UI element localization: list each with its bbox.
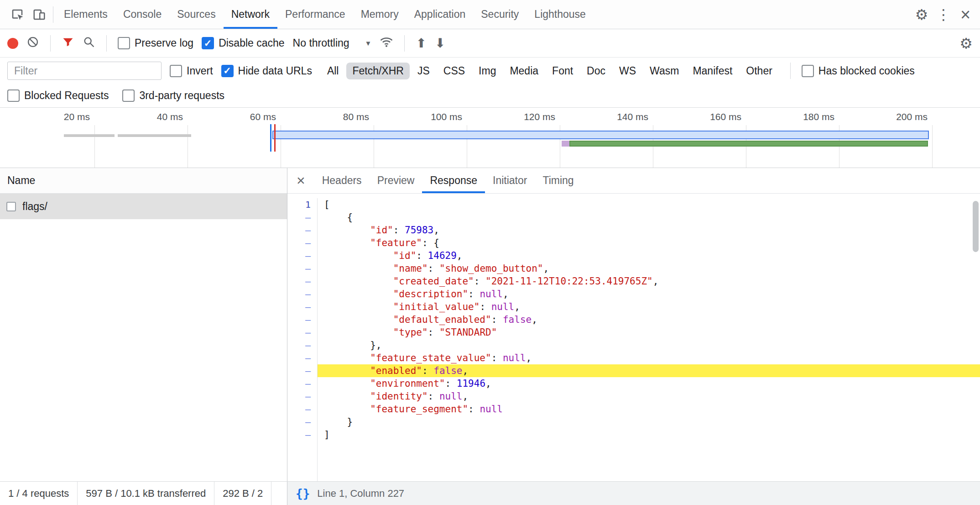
token	[324, 263, 393, 274]
chip-fetchxhr[interactable]: Fetch/XHR	[346, 63, 409, 79]
network-toolbar: Preserve log Disable cache No throttling…	[0, 29, 980, 58]
token: null	[480, 404, 503, 415]
clear-network-log-button[interactable]	[26, 36, 39, 51]
chip-font[interactable]: Font	[546, 63, 579, 79]
network-conditions-button[interactable]	[380, 35, 393, 52]
chip-ws[interactable]: WS	[613, 63, 642, 79]
token: :	[416, 250, 427, 261]
transferred-size: 597 B / 10.1 kB transferred	[78, 482, 214, 505]
vertical-scrollbar[interactable]	[973, 201, 979, 252]
tab-sources[interactable]: Sources	[169, 0, 223, 29]
tab-security[interactable]: Security	[473, 0, 526, 29]
chip-other[interactable]: Other	[740, 63, 778, 79]
chip-js[interactable]: JS	[412, 63, 436, 79]
chip-wasm[interactable]: Wasm	[644, 63, 685, 79]
close-devtools-button[interactable]: ×	[954, 4, 976, 26]
pretty-print-button[interactable]: {}	[296, 487, 310, 500]
name-column-header[interactable]: Name	[0, 168, 287, 194]
tab-network[interactable]: Network	[224, 0, 277, 29]
detail-tab-headers[interactable]: Headers	[314, 168, 370, 193]
tab-performance[interactable]: Performance	[277, 0, 353, 29]
detail-tab-timing[interactable]: Timing	[535, 168, 581, 193]
requests-panel: Name flags/	[0, 168, 287, 481]
checkbox-label: Invert	[187, 65, 213, 77]
resources-size-text: 292 B / 2	[223, 488, 263, 500]
import-har-button[interactable]: ⬆	[416, 36, 426, 51]
network-summary-bar: 1 / 4 requests 597 B / 10.1 kB transferr…	[0, 482, 287, 505]
token: false	[433, 365, 462, 376]
more-options-button[interactable]: ⋮	[933, 4, 954, 26]
chip-img[interactable]: Img	[473, 63, 502, 79]
token: "id"	[393, 250, 417, 261]
gear-icon: ⚙	[959, 35, 973, 52]
code-line: "feature_state_value": null,	[318, 352, 980, 364]
chip-doc[interactable]: Doc	[581, 63, 611, 79]
close-icon: ×	[297, 172, 305, 189]
wifi-icon	[380, 35, 393, 49]
token: : {	[422, 237, 439, 248]
code-line: "feature_segment": null	[318, 403, 980, 416]
throttling-dropdown[interactable]: No throttling ▼	[293, 37, 372, 49]
disable-cache-checkbox[interactable]: Disable cache	[202, 37, 284, 49]
chip-css[interactable]: CSS	[438, 63, 471, 79]
search-button[interactable]	[83, 36, 95, 51]
funnel-icon	[62, 36, 74, 48]
filter-input[interactable]	[7, 62, 162, 80]
preserve-log-checkbox[interactable]: Preserve log	[118, 37, 193, 49]
network-settings-button[interactable]: ⚙	[959, 35, 973, 52]
token: null	[439, 391, 463, 402]
token: "show_demo_button"	[439, 263, 543, 274]
token: "feature_state_value"	[370, 352, 491, 363]
resources-size: 292 B / 2	[214, 482, 271, 505]
device-toolbar-button[interactable]	[28, 4, 50, 26]
invert-checkbox[interactable]: Invert	[170, 65, 213, 77]
token: ,	[653, 276, 659, 287]
blocked-requests-checkbox[interactable]: Blocked Requests	[7, 89, 109, 102]
tab-lighthouse[interactable]: Lighthouse	[526, 0, 594, 29]
tab-elements[interactable]: Elements	[56, 0, 115, 29]
divider	[50, 35, 51, 52]
token	[324, 352, 370, 363]
record-network-log-button[interactable]	[7, 38, 18, 49]
request-row[interactable]: flags/	[0, 194, 287, 219]
status-bar: 1 / 4 requests 597 B / 10.1 kB transferr…	[0, 481, 980, 505]
response-viewer[interactable]: 1–––––––––––––––––– [ { "id": 75983, "fe…	[287, 194, 980, 481]
third-party-requests-checkbox[interactable]: 3rd-party requests	[122, 89, 224, 102]
settings-button[interactable]: ⚙	[911, 4, 933, 26]
gear-icon: ⚙	[915, 6, 928, 23]
hide-data-urls-checkbox[interactable]: Hide data URLs	[221, 65, 312, 77]
main-tabbar-actions: ⚙ ⋮ ×	[911, 4, 980, 26]
detail-tab-preview[interactable]: Preview	[370, 168, 422, 193]
name-column-label: Name	[7, 174, 35, 187]
overview-request-bar-content	[569, 141, 928, 147]
token: ,	[543, 263, 549, 274]
token: :	[491, 314, 503, 325]
detail-tab-initiator[interactable]: Initiator	[485, 168, 535, 193]
token: :	[480, 301, 491, 312]
export-har-button[interactable]: ⬇	[435, 36, 445, 51]
token	[324, 365, 370, 376]
token: ]	[324, 429, 330, 440]
divider	[53, 6, 53, 23]
line-number: 1	[287, 198, 311, 211]
tab-application[interactable]: Application	[407, 0, 474, 29]
detail-tab-response[interactable]: Response	[422, 168, 485, 193]
code-line: "name": "show_demo_button",	[318, 262, 980, 275]
chip-all[interactable]: All	[321, 63, 345, 79]
dcl-event-line	[270, 124, 271, 152]
inspect-element-button[interactable]	[6, 4, 28, 26]
overview[interactable]: 20 ms40 ms60 ms80 ms100 ms120 ms140 ms16…	[0, 108, 980, 168]
has-blocked-cookies-checkbox[interactable]: Has blocked cookies	[802, 65, 915, 77]
close-details-button[interactable]: ×	[287, 168, 314, 193]
main-tab-strip: ElementsConsoleSourcesNetworkPerformance…	[56, 0, 594, 29]
detail-tabbar: × HeadersPreviewResponseInitiatorTiming	[287, 168, 980, 194]
chip-media[interactable]: Media	[504, 63, 544, 79]
request-list: flags/	[0, 194, 287, 219]
chip-manifest[interactable]: Manifest	[687, 63, 738, 79]
overview-tick-label: 80 ms	[301, 111, 369, 122]
tab-console[interactable]: Console	[115, 0, 169, 29]
filter-toggle-button[interactable]	[62, 36, 74, 51]
token: :	[474, 276, 485, 287]
checkbox-box	[118, 37, 130, 49]
tab-memory[interactable]: Memory	[353, 0, 407, 29]
